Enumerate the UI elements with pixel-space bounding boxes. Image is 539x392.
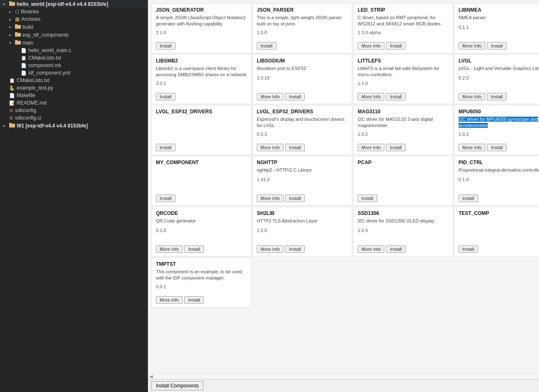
more-info-button[interactable]: More Info — [459, 42, 485, 50]
tree-arrow: ▸ — [3, 2, 8, 6]
component-version: 0.0.1 — [156, 284, 247, 289]
component-version: 1.0.2 — [358, 132, 449, 137]
sidebar-item-build[interactable]: ▸build — [0, 23, 148, 31]
component-description: NMEA parser — [459, 15, 539, 22]
sidebar-item-label: main — [23, 40, 33, 46]
sidebar-item-esp-idf-components[interactable]: ▸esp_idf_components — [0, 31, 148, 39]
sidebar-item-w1[interactable]: ▸W1 [esp-idf-v4.4 v4.4 8153bfe] — [0, 122, 148, 130]
install-components-button[interactable]: Install Components — [151, 381, 203, 390]
sidebar-item-label: hello_world_main.c — [28, 47, 71, 53]
component-description: libsodium port to ESP32 — [257, 65, 348, 73]
install-button[interactable]: Install — [156, 93, 175, 100]
install-button[interactable]: Install — [386, 144, 406, 151]
scroll-left-arrow[interactable]: ◀ — [150, 374, 153, 379]
install-button[interactable]: Install — [285, 195, 305, 202]
component-card-mpu6050-11: MPU6050I2C driver for MPU6050 gyroscope … — [454, 105, 539, 155]
component-actions: More InfoInstall — [459, 93, 539, 100]
more-info-button[interactable]: More Info — [156, 245, 183, 253]
install-button[interactable]: Install — [487, 144, 506, 151]
component-name: LIBSODIUM — [257, 58, 348, 64]
component-actions: More InfoInstall — [257, 245, 348, 253]
component-name: LED_STRIP — [358, 7, 449, 13]
install-button[interactable]: Install — [487, 42, 506, 50]
more-info-button[interactable]: More Info — [358, 42, 384, 50]
component-actions: Install — [459, 245, 539, 253]
install-button[interactable]: Install — [459, 195, 478, 202]
sidebar-item-archives[interactable]: ▸▦Archives — [0, 15, 148, 23]
file-icon: 📄 — [9, 93, 15, 98]
tree-arrow: ▸ — [9, 10, 13, 14]
component-actions: More InfoInstall — [459, 144, 539, 151]
sidebar-item-cmakelists-main[interactable]: 📋CMakeLists.txt — [0, 54, 148, 62]
sidebar-item-sdkconfig-ci[interactable]: ⚙sdkconfig.ci — [0, 114, 148, 122]
component-version: 1.0.4 — [358, 228, 449, 233]
sidebar-item-cmakelists-root[interactable]: 📋CMakeLists.txt — [0, 77, 148, 84]
install-button[interactable]: Install — [459, 245, 478, 253]
install-button[interactable]: Install — [386, 42, 406, 50]
tree-arrow: ▸ — [3, 123, 8, 128]
install-button[interactable]: Install — [156, 195, 175, 202]
install-button[interactable]: Install — [285, 144, 305, 151]
more-info-button[interactable]: More Info — [358, 93, 384, 100]
component-actions: More InfoInstall — [358, 42, 449, 50]
sidebar-item-idf-component-yml[interactable]: 📄idf_component.yml — [0, 69, 148, 77]
svg-rect-9 — [9, 123, 12, 124]
component-name: MAG3110 — [358, 109, 449, 115]
install-button[interactable]: Install — [358, 195, 377, 202]
sidebar-item-sdkconfig[interactable]: ⚙sdkconfig — [0, 107, 148, 114]
component-description: C driver, based on RMT peripheral, for W… — [358, 15, 449, 27]
install-button[interactable]: Install — [257, 42, 276, 50]
component-description: A simple JSON (JavaScript Object Notatio… — [156, 15, 247, 27]
more-info-button[interactable]: More Info — [156, 296, 183, 304]
more-info-button[interactable]: More Info — [358, 245, 384, 253]
sidebar-item-example-test[interactable]: 🐍example_test.py — [0, 84, 148, 92]
install-button[interactable]: Install — [285, 93, 305, 100]
component-card-qrcode-16: QRCODEQR Code generator0.1.0More InfoIns… — [151, 207, 251, 257]
sidebar-item-readme[interactable]: 📝README.md — [0, 99, 148, 107]
cmake-icon: 📋 — [9, 78, 15, 83]
install-button[interactable]: Install — [386, 93, 406, 100]
more-info-button[interactable]: More Info — [257, 93, 283, 100]
component-version: 1.1.0 — [358, 81, 449, 86]
sidebar-item-hello-world-root[interactable]: ▸hello_world [esp-idf-v4.4 v4.4 8153bfe] — [0, 0, 148, 8]
component-actions: More InfoInstall — [358, 93, 449, 100]
folder-icon — [15, 24, 21, 30]
sidebar-item-binaries[interactable]: ▸⬡Binaries — [0, 8, 148, 15]
install-button[interactable]: Install — [386, 245, 406, 253]
sidebar-item-label: W1 [esp-idf-v4.4 v4.4 8153bfe] — [17, 123, 88, 129]
more-info-button[interactable]: More Info — [459, 144, 485, 151]
component-card-json-parser-1: JSON_PARSERThis is a simple, light weigh… — [252, 3, 352, 53]
yaml-icon: 📄 — [21, 70, 27, 76]
install-button[interactable]: Install — [156, 144, 175, 151]
svg-rect-3 — [15, 24, 18, 25]
components-grid-wrapper[interactable]: JSON_GENERATORA simple JSON (JavaScript … — [148, 0, 539, 373]
install-button[interactable]: Install — [156, 42, 175, 50]
install-button[interactable]: Install — [487, 93, 506, 100]
component-actions: Install — [156, 144, 247, 151]
install-button[interactable]: Install — [184, 296, 204, 304]
sidebar-item-hello-world-main[interactable]: 📄hello_world_main.c — [0, 47, 148, 54]
component-version: 1.0.18 — [257, 75, 348, 80]
folder-icon — [15, 40, 21, 46]
more-info-button[interactable]: More Info — [257, 144, 283, 151]
sidebar-item-component-mk[interactable]: 📄component.mk — [0, 62, 148, 69]
sidebar-item-makefile[interactable]: 📄Makefile — [0, 92, 148, 99]
more-info-button[interactable]: More Info — [257, 245, 283, 253]
more-info-button[interactable]: More Info — [358, 144, 384, 151]
component-card-nghttp-13: NGHTTPnghttp2 - HTTP/2 C Library1.41.0Mo… — [252, 156, 352, 206]
component-description: I2C driver for SSD1306 OLED display — [358, 218, 449, 225]
component-name: LIBNMEA — [459, 7, 539, 13]
main-panel: JSON_GENERATORA simple JSON (JavaScript … — [148, 0, 539, 392]
component-name: TEST_COMP — [459, 210, 539, 216]
more-info-button[interactable]: More Info — [257, 195, 283, 202]
install-button[interactable]: Install — [285, 245, 305, 253]
archive-icon: ▦ — [15, 16, 20, 22]
component-description: Proportional-integral-derivative control… — [459, 167, 539, 175]
sidebar-item-main[interactable]: ▾main — [0, 39, 148, 47]
sidebar-item-label: Binaries — [21, 9, 39, 15]
install-button[interactable]: Install — [184, 245, 204, 253]
component-card-tmptst-20: TMPTSTThis component is an example, to b… — [151, 257, 251, 307]
more-info-button[interactable]: More Info — [459, 93, 485, 100]
component-card-libsmb2-4: LIBSMB2Libsmb2 is a userspace client lib… — [151, 54, 251, 104]
svg-rect-0 — [9, 2, 15, 6]
